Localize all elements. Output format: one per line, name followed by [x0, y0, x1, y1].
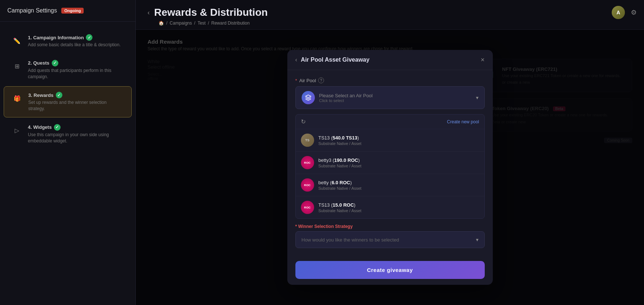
air-pool-field-label: * Air Pool ?: [295, 77, 485, 83]
step4-desc: Use this campaign in your own side using…: [28, 132, 124, 144]
pool-item-betty3-190[interactable]: ROC betty3 (190.0 ROC) Substrate Native …: [296, 152, 484, 174]
modal-overlay: ‹ Air Pool Asset Giveaway × * Air Pool ?: [136, 30, 644, 305]
rewards-icon: 🎁: [11, 92, 23, 104]
step3-label: 3. Rewards: [28, 92, 54, 98]
pool-item-ts13-15[interactable]: ROC TS13 (15.0 ROC) Substrate Native / A…: [296, 196, 484, 218]
step2-label: 2. Quests: [28, 60, 50, 66]
air-pool-help-icon[interactable]: ?: [318, 77, 324, 83]
main-body: Add Rewards Select the type of reward yo…: [136, 30, 644, 305]
air-pool-dropdown[interactable]: Please Select an Air Pool Click to selec…: [295, 86, 485, 109]
refresh-icon[interactable]: ↻: [301, 118, 306, 125]
air-pool-placeholder-sub: Click to select: [319, 98, 472, 103]
pool-item-ts13-540[interactable]: TS TS13 (540.0 TS13) Substrate Native / …: [296, 129, 484, 152]
air-pool-placeholder-main: Please Select an Air Pool: [319, 93, 472, 98]
modal-title: Air Pool Asset Giveaway: [301, 57, 477, 63]
pool-avatar-ts13-15: ROC: [301, 201, 314, 214]
modal-back-button[interactable]: ‹: [295, 57, 297, 63]
breadcrumb-test[interactable]: Test: [197, 21, 205, 26]
sidebar-item-widgets[interactable]: ▷ 4. Widgets ✓ Use this campaign in your…: [4, 119, 132, 149]
winner-selection-label: * Winner Selection Strategy: [295, 224, 485, 229]
breadcrumb-home[interactable]: 🏠: [159, 21, 164, 26]
winner-selection-placeholder: How would you like the winners to be sel…: [302, 237, 399, 243]
sidebar: Campaign Settings Ongoing ✏️ 1. Campaign…: [0, 0, 136, 305]
pool-dropdown-list: ↻ Create new pool TS TS13 (540.0 TS13) S…: [295, 114, 485, 219]
step4-check: ✓: [54, 124, 61, 131]
step3-desc: Set up rewards and the winner selection …: [28, 99, 124, 112]
page-title: Rewards & Distribution: [154, 7, 268, 18]
step1-check: ✓: [86, 34, 92, 41]
sidebar-header: Campaign Settings Ongoing: [0, 7, 135, 22]
settings-icon[interactable]: ⚙: [631, 8, 637, 17]
step2-desc: Add quests that participants perform in …: [28, 68, 124, 80]
pool-name-ts13-15: TS13 (15.0 ROC): [319, 202, 361, 208]
create-pool-link[interactable]: Create new pool: [447, 119, 479, 124]
create-giveaway-button[interactable]: Create giveaway: [295, 261, 485, 279]
pool-avatar-betty: ROC: [301, 178, 314, 192]
pool-name-ts13-540: TS13 (540.0 TS13): [319, 135, 361, 141]
edit-icon: ✏️: [11, 35, 23, 47]
step2-check: ✓: [52, 60, 58, 66]
step1-label: 1. Campaign Information: [28, 35, 84, 40]
user-avatar: A: [612, 6, 625, 19]
main-content: A ⚙ ‹ Rewards & Distribution 🏠 / Campaig…: [136, 0, 644, 305]
pool-name-betty: betty (6.0 ROC): [319, 180, 361, 185]
sidebar-item-campaign-info[interactable]: ✏️ 1. Campaign Information ✓ Add some ba…: [4, 29, 132, 53]
top-right-icons: A ⚙: [612, 6, 637, 19]
air-pool-modal: ‹ Air Pool Asset Giveaway × * Air Pool ?: [287, 50, 493, 285]
step4-label: 4. Widgets: [28, 124, 52, 130]
widgets-icon: ▷: [11, 125, 23, 137]
pool-avatar-ts13: TS: [301, 134, 314, 147]
step3-check: ✓: [56, 92, 62, 98]
breadcrumb: 🏠 / Campaigns / Test / Reward Distributi…: [148, 21, 632, 26]
step1-desc: Add some basic details like a title & de…: [28, 42, 124, 48]
main-header: ‹ Rewards & Distribution 🏠 / Campaigns /…: [136, 0, 644, 30]
pool-sub-ts13-15: Substrate Native / Asset: [319, 208, 361, 213]
pool-name-betty3: betty3 (190.0 ROC): [319, 157, 361, 163]
dropdown-list-header: ↻ Create new pool: [296, 115, 484, 129]
winner-selection-dropdown[interactable]: How would you like the winners to be sel…: [295, 231, 485, 248]
winner-chevron-icon: ▾: [476, 237, 479, 243]
modal-close-button[interactable]: ×: [481, 57, 485, 63]
breadcrumb-reward-distribution: Reward Distribution: [211, 21, 250, 26]
back-button[interactable]: ‹: [148, 9, 150, 17]
pool-sub-betty: Substrate Native / Asset: [319, 186, 361, 190]
modal-footer: Create giveaway: [287, 255, 493, 285]
pool-sub-ts13-540: Substrate Native / Asset: [319, 141, 361, 146]
chevron-down-icon: ▾: [476, 95, 479, 101]
modal-header: ‹ Air Pool Asset Giveaway ×: [287, 50, 493, 70]
pool-item-betty-6[interactable]: ROC betty (6.0 ROC) Substrate Native / A…: [296, 174, 484, 196]
pool-avatar-betty3: ROC: [301, 156, 314, 169]
sidebar-title: Campaign Settings: [7, 7, 57, 14]
sidebar-steps: ✏️ 1. Campaign Information ✓ Add some ba…: [0, 22, 135, 157]
modal-body: * Air Pool ?: [287, 70, 493, 255]
breadcrumb-campaigns[interactable]: Campaigns: [170, 21, 192, 26]
pool-sub-betty3: Substrate Native / Asset: [319, 164, 361, 168]
air-pool-icon: [302, 91, 315, 104]
ongoing-badge: Ongoing: [61, 8, 84, 14]
sidebar-item-quests[interactable]: ⊞ 2. Quests ✓ Add quests that participan…: [4, 55, 132, 85]
sidebar-item-rewards[interactable]: 🎁 3. Rewards ✓ Set up rewards and the wi…: [4, 86, 132, 117]
quests-icon: ⊞: [11, 61, 23, 72]
